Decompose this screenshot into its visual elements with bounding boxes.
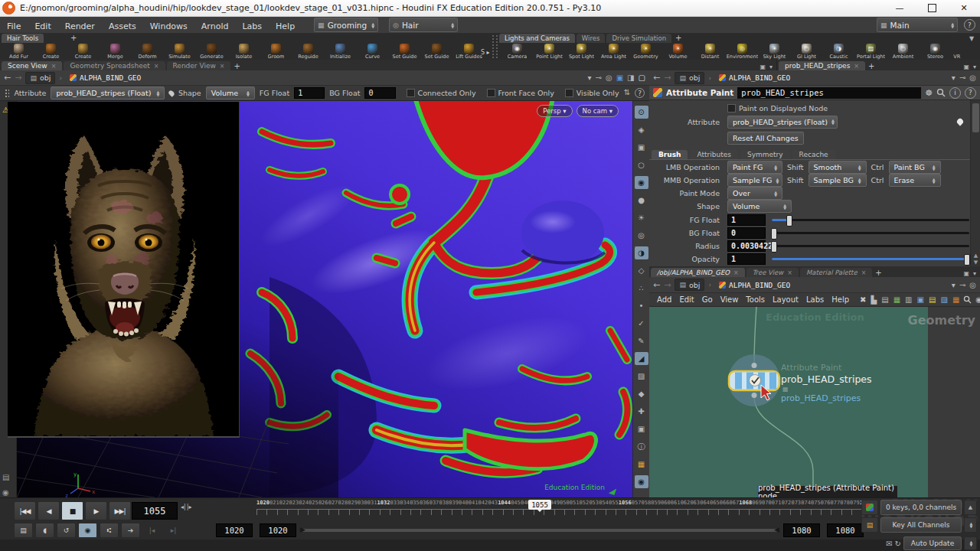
keys-up-icon[interactable]: ▲ xyxy=(964,500,977,515)
range-slider[interactable]: ▶ ◀ xyxy=(302,529,778,532)
frame-ruler[interactable]: 1020021022023024025026027028029030031103… xyxy=(256,500,873,521)
pane-tab[interactable]: prob_HEAD_stripes× xyxy=(779,61,865,70)
pin-path-icon[interactable]: ⊸ xyxy=(596,73,602,82)
viewport-tool-icon[interactable]: ▣ xyxy=(635,422,648,435)
menu-item[interactable]: Windows xyxy=(143,21,194,31)
add-pane-tab-button[interactable]: + xyxy=(865,62,877,70)
close-icon[interactable]: × xyxy=(854,63,859,70)
param-tab[interactable]: Brush xyxy=(652,150,688,159)
back-icon[interactable]: ← xyxy=(4,73,11,83)
range-end-display[interactable]: 1080 xyxy=(827,523,864,537)
param-tab[interactable]: Attributes xyxy=(690,150,737,159)
path-node-chip[interactable]: ALPHA_BIND_GEO xyxy=(66,73,145,83)
spinner-icon[interactable]: ▲▼ xyxy=(951,22,954,28)
viewport-tool-icon[interactable]: ✓ xyxy=(635,317,648,330)
add-shelf-tab-button[interactable]: + xyxy=(672,34,684,42)
pane-tab[interactable]: Tree View× xyxy=(746,268,799,277)
slider-track[interactable] xyxy=(772,245,969,247)
keys-info-button[interactable]: 0 keys, 0,0 channels xyxy=(880,500,962,515)
param-tab[interactable]: Symmetry xyxy=(740,150,790,159)
menu-item[interactable]: Render xyxy=(58,21,102,31)
net-toolbar-icon[interactable]: ▥ xyxy=(903,295,914,304)
path-root-chip[interactable]: ▤ obj xyxy=(675,279,704,291)
param-scrollbar[interactable]: ▲ ▼ xyxy=(970,100,980,266)
net-menu-item[interactable]: Tools xyxy=(742,295,769,304)
playbar-option-icon[interactable]: ➔ xyxy=(121,523,140,538)
lmb-shift-select[interactable]: Smooth▲▼ xyxy=(808,161,867,174)
transport-button[interactable]: ▶▶| xyxy=(109,501,131,520)
shelf-tool[interactable]: Add Fur xyxy=(3,44,34,60)
pane-tab[interactable]: /obj/ALPHA_BIND_GEO× xyxy=(651,268,745,277)
slider-value-input[interactable]: 1 xyxy=(727,253,766,265)
camera-overview-icon[interactable]: ◉ xyxy=(975,295,980,304)
close-icon[interactable]: × xyxy=(861,269,867,276)
shape-select[interactable]: Volume▲▼ xyxy=(727,200,792,213)
slider-handle[interactable] xyxy=(786,215,792,227)
auto-update-select[interactable]: Auto Update xyxy=(903,536,962,550)
shelf-tool[interactable]: ▨ Portal Light xyxy=(855,44,887,60)
close-button[interactable]: ✕ xyxy=(948,0,980,16)
pane-tab[interactable]: Scene View× xyxy=(2,61,62,70)
shelf-tool[interactable]: ◉ Camera xyxy=(501,44,533,60)
search-icon[interactable] xyxy=(963,295,972,304)
shelf-overflow-button[interactable]: S ▸ xyxy=(481,49,490,56)
net-toolbar-icon[interactable]: ✖ xyxy=(858,295,868,304)
minimize-button[interactable]: — xyxy=(884,0,916,16)
shelf-tool[interactable]: ☀ Area Light xyxy=(598,44,629,60)
shelf-tool[interactable]: ◉ VR Camera xyxy=(952,44,961,60)
slider-value-input[interactable]: 0.00304227 xyxy=(727,240,766,252)
playbar-option-icon[interactable]: ◖ xyxy=(35,523,54,538)
playbar-option-icon[interactable]: ↺ xyxy=(57,523,76,538)
chat-bubble-icon[interactable]: ✉ xyxy=(886,540,892,548)
info-icon[interactable]: i xyxy=(949,87,961,99)
playbar-option-icon[interactable]: |◂ xyxy=(142,523,162,538)
mmb-shift-select[interactable]: Sample BG▲▼ xyxy=(808,174,867,187)
net-toolbar-icon[interactable]: ▨ xyxy=(938,295,949,304)
close-icon[interactable]: × xyxy=(733,269,739,276)
viewport-tool-icon[interactable]: ◇ xyxy=(635,264,648,277)
range-start-display[interactable]: 1020 xyxy=(260,523,296,537)
net-toolbar-icon[interactable]: ▦ xyxy=(950,295,962,304)
viewport-tool-icon[interactable]: ⓘ xyxy=(635,440,648,453)
transport-button[interactable]: ■ xyxy=(61,501,83,520)
pane-menu-icon[interactable]: ▾ xyxy=(973,270,976,277)
mmb-ctrl-select[interactable]: Erase▲▼ xyxy=(889,174,941,187)
net-menu-item[interactable]: Add xyxy=(653,295,675,304)
viewport-tool-icon[interactable]: ✚ xyxy=(635,405,648,418)
key-all-channels-button[interactable]: Key All Channels xyxy=(880,517,962,533)
transport-button[interactable]: ◀ xyxy=(38,501,60,520)
net-toolbar-icon[interactable]: ▤ xyxy=(879,295,890,304)
snapshot-icon[interactable]: ◉ xyxy=(2,488,9,497)
menu-item[interactable]: Arnold xyxy=(194,21,236,31)
viewport-tool-icon[interactable]: ▦ xyxy=(635,458,648,471)
pane-tab[interactable]: Material Palette× xyxy=(800,268,872,277)
pin-path-icon[interactable]: ⊸ xyxy=(959,73,965,82)
pane-tab[interactable]: Render View× xyxy=(167,61,231,70)
playbar-option-icon[interactable]: ⑆ xyxy=(100,523,119,538)
checkbox-icon[interactable] xyxy=(487,89,495,97)
back-icon[interactable]: ← xyxy=(653,280,660,290)
close-icon[interactable]: × xyxy=(787,269,792,276)
add-shelf-tab-button[interactable]: + xyxy=(67,34,80,42)
playhead-indicator[interactable]: 1055 xyxy=(528,500,551,510)
help-icon[interactable]: ? xyxy=(965,87,976,99)
menu-item[interactable]: Edit xyxy=(28,21,57,31)
node-output-label[interactable]: prob_HEAD_stripes xyxy=(781,393,861,403)
desktop-select[interactable]: ▦ Main ▲▼ xyxy=(877,18,958,32)
net-toolbar-icon[interactable]: ▣ xyxy=(915,295,926,304)
node-name-label[interactable]: prob_HEAD_stripes xyxy=(781,373,872,385)
scoped-channels-icon[interactable] xyxy=(861,500,878,515)
pane-tab[interactable]: Geometry Spreadsheet× xyxy=(64,61,165,70)
shelf-tool[interactable]: Groom xyxy=(260,44,292,60)
net-menu-item[interactable]: View xyxy=(717,295,743,304)
path-node-chip[interactable]: ALPHA_BIND_GEO xyxy=(715,73,794,83)
add-pane-tab-button[interactable]: + xyxy=(230,62,243,70)
net-toolbar-icon[interactable]: ▤ xyxy=(926,295,938,304)
spinner-icon[interactable]: ▲▼ xyxy=(451,22,454,28)
shelf-tab[interactable]: Lights and Cameras xyxy=(499,34,575,43)
shape-select[interactable]: Volume ▲▼ xyxy=(206,86,255,99)
viewport-tool-icon[interactable]: ◉ xyxy=(635,176,648,189)
playbar-option-icon[interactable]: ▤ xyxy=(14,523,33,538)
close-icon[interactable]: × xyxy=(51,63,57,70)
viewport-tool-icon[interactable]: ◉ xyxy=(635,475,648,488)
